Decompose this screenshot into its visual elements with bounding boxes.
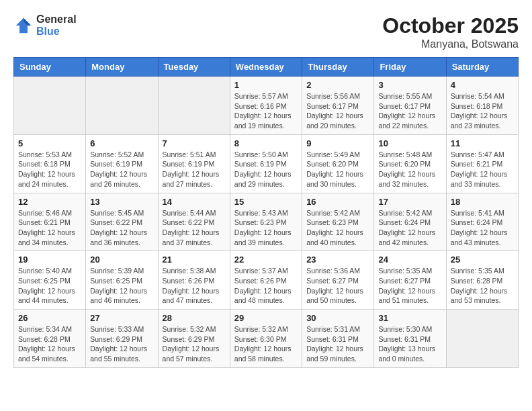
day-info: Sunrise: 5:35 AM Sunset: 6:27 PM Dayligh… bbox=[378, 266, 441, 306]
calendar-cell: 9Sunrise: 5:49 AM Sunset: 6:20 PM Daylig… bbox=[302, 134, 374, 193]
day-info: Sunrise: 5:49 AM Sunset: 6:20 PM Dayligh… bbox=[306, 150, 369, 189]
calendar-cell: 14Sunrise: 5:44 AM Sunset: 6:22 PM Dayli… bbox=[158, 193, 230, 251]
calendar-cell: 11Sunrise: 5:47 AM Sunset: 6:21 PM Dayli… bbox=[446, 134, 518, 193]
calendar-cell: 5Sunrise: 5:53 AM Sunset: 6:18 PM Daylig… bbox=[14, 134, 86, 193]
calendar-week-row: 1Sunrise: 5:57 AM Sunset: 6:16 PM Daylig… bbox=[14, 77, 519, 135]
day-info: Sunrise: 5:43 AM Sunset: 6:23 PM Dayligh… bbox=[234, 208, 298, 248]
day-number: 15 bbox=[234, 197, 298, 207]
day-number: 31 bbox=[378, 313, 441, 323]
day-number: 29 bbox=[234, 313, 298, 323]
calendar-cell bbox=[14, 77, 86, 135]
logo-text: General Blue bbox=[36, 13, 77, 38]
day-info: Sunrise: 5:44 AM Sunset: 6:22 PM Dayligh… bbox=[163, 208, 226, 248]
day-number: 23 bbox=[306, 255, 369, 265]
day-number: 10 bbox=[378, 138, 441, 148]
day-info: Sunrise: 5:45 AM Sunset: 6:22 PM Dayligh… bbox=[90, 208, 153, 248]
month-title: October 2025 bbox=[382, 13, 519, 38]
day-number: 12 bbox=[18, 197, 81, 207]
day-info: Sunrise: 5:32 AM Sunset: 6:29 PM Dayligh… bbox=[163, 324, 226, 364]
day-number: 17 bbox=[378, 197, 441, 207]
calendar-week-row: 5Sunrise: 5:53 AM Sunset: 6:18 PM Daylig… bbox=[14, 134, 519, 193]
calendar-cell: 7Sunrise: 5:51 AM Sunset: 6:19 PM Daylig… bbox=[158, 134, 230, 193]
day-number: 30 bbox=[306, 313, 369, 323]
title-block: October 2025 Manyana, Botswana bbox=[382, 13, 519, 50]
day-info: Sunrise: 5:51 AM Sunset: 6:19 PM Dayligh… bbox=[163, 150, 226, 189]
day-info: Sunrise: 5:54 AM Sunset: 6:18 PM Dayligh… bbox=[451, 91, 514, 131]
day-number: 4 bbox=[451, 80, 514, 90]
calendar-week-row: 12Sunrise: 5:46 AM Sunset: 6:21 PM Dayli… bbox=[14, 193, 519, 251]
day-number: 1 bbox=[234, 80, 298, 90]
day-info: Sunrise: 5:31 AM Sunset: 6:31 PM Dayligh… bbox=[306, 324, 369, 364]
calendar-cell: 3Sunrise: 5:55 AM Sunset: 6:17 PM Daylig… bbox=[374, 77, 446, 135]
calendar-cell: 4Sunrise: 5:54 AM Sunset: 6:18 PM Daylig… bbox=[446, 77, 518, 135]
day-number: 16 bbox=[306, 197, 369, 207]
day-number: 8 bbox=[234, 138, 298, 148]
calendar-cell: 2Sunrise: 5:56 AM Sunset: 6:17 PM Daylig… bbox=[302, 77, 374, 135]
day-number: 21 bbox=[163, 255, 226, 265]
day-number: 14 bbox=[163, 197, 226, 207]
day-info: Sunrise: 5:34 AM Sunset: 6:28 PM Dayligh… bbox=[18, 324, 81, 364]
calendar-cell: 16Sunrise: 5:42 AM Sunset: 6:23 PM Dayli… bbox=[302, 193, 374, 251]
day-number: 2 bbox=[306, 80, 369, 90]
calendar-cell: 8Sunrise: 5:50 AM Sunset: 6:19 PM Daylig… bbox=[230, 134, 302, 193]
calendar-cell: 29Sunrise: 5:32 AM Sunset: 6:30 PM Dayli… bbox=[230, 310, 302, 368]
calendar-cell: 20Sunrise: 5:39 AM Sunset: 6:25 PM Dayli… bbox=[86, 251, 158, 310]
calendar-table: SundayMondayTuesdayWednesdayThursdayFrid… bbox=[13, 57, 519, 368]
weekday-header-sunday: Sunday bbox=[14, 58, 86, 77]
calendar-cell: 12Sunrise: 5:46 AM Sunset: 6:21 PM Dayli… bbox=[14, 193, 86, 251]
page-header: General Blue October 2025 Manyana, Botsw… bbox=[13, 13, 519, 50]
day-info: Sunrise: 5:48 AM Sunset: 6:20 PM Dayligh… bbox=[378, 150, 441, 189]
day-info: Sunrise: 5:41 AM Sunset: 6:24 PM Dayligh… bbox=[451, 208, 514, 248]
location-title: Manyana, Botswana bbox=[382, 38, 519, 50]
weekday-header-saturday: Saturday bbox=[446, 58, 518, 77]
calendar-cell: 26Sunrise: 5:34 AM Sunset: 6:28 PM Dayli… bbox=[14, 310, 86, 368]
calendar-cell bbox=[86, 77, 158, 135]
calendar-cell: 27Sunrise: 5:33 AM Sunset: 6:29 PM Dayli… bbox=[86, 310, 158, 368]
calendar-cell: 18Sunrise: 5:41 AM Sunset: 6:24 PM Dayli… bbox=[446, 193, 518, 251]
day-info: Sunrise: 5:30 AM Sunset: 6:31 PM Dayligh… bbox=[378, 324, 441, 364]
calendar-cell: 19Sunrise: 5:40 AM Sunset: 6:25 PM Dayli… bbox=[14, 251, 86, 310]
calendar-cell: 10Sunrise: 5:48 AM Sunset: 6:20 PM Dayli… bbox=[374, 134, 446, 193]
day-info: Sunrise: 5:33 AM Sunset: 6:29 PM Dayligh… bbox=[90, 324, 153, 364]
calendar-cell: 6Sunrise: 5:52 AM Sunset: 6:19 PM Daylig… bbox=[86, 134, 158, 193]
day-number: 6 bbox=[90, 138, 153, 148]
calendar-cell bbox=[446, 310, 518, 368]
day-number: 28 bbox=[163, 313, 226, 323]
day-info: Sunrise: 5:47 AM Sunset: 6:21 PM Dayligh… bbox=[451, 150, 514, 189]
day-info: Sunrise: 5:56 AM Sunset: 6:17 PM Dayligh… bbox=[306, 91, 369, 131]
day-info: Sunrise: 5:53 AM Sunset: 6:18 PM Dayligh… bbox=[18, 150, 81, 189]
day-info: Sunrise: 5:38 AM Sunset: 6:26 PM Dayligh… bbox=[163, 266, 226, 306]
day-number: 3 bbox=[378, 80, 441, 90]
calendar-cell: 17Sunrise: 5:42 AM Sunset: 6:24 PM Dayli… bbox=[374, 193, 446, 251]
calendar-cell: 21Sunrise: 5:38 AM Sunset: 6:26 PM Dayli… bbox=[158, 251, 230, 310]
day-info: Sunrise: 5:46 AM Sunset: 6:21 PM Dayligh… bbox=[18, 208, 81, 248]
day-number: 7 bbox=[163, 138, 226, 148]
day-info: Sunrise: 5:52 AM Sunset: 6:19 PM Dayligh… bbox=[90, 150, 153, 189]
calendar-cell: 28Sunrise: 5:32 AM Sunset: 6:29 PM Dayli… bbox=[158, 310, 230, 368]
logo-icon bbox=[13, 15, 34, 36]
weekday-header-wednesday: Wednesday bbox=[230, 58, 302, 77]
day-info: Sunrise: 5:42 AM Sunset: 6:24 PM Dayligh… bbox=[378, 208, 441, 248]
calendar-cell: 13Sunrise: 5:45 AM Sunset: 6:22 PM Dayli… bbox=[86, 193, 158, 251]
calendar-cell: 23Sunrise: 5:36 AM Sunset: 6:27 PM Dayli… bbox=[302, 251, 374, 310]
weekday-header-monday: Monday bbox=[86, 58, 158, 77]
day-info: Sunrise: 5:42 AM Sunset: 6:23 PM Dayligh… bbox=[306, 208, 369, 248]
calendar-week-row: 26Sunrise: 5:34 AM Sunset: 6:28 PM Dayli… bbox=[14, 310, 519, 368]
logo-blue: Blue bbox=[36, 26, 60, 37]
day-number: 18 bbox=[451, 197, 514, 207]
day-number: 13 bbox=[90, 197, 153, 207]
day-number: 19 bbox=[18, 255, 81, 265]
day-number: 11 bbox=[451, 138, 514, 148]
logo-general: General bbox=[36, 13, 77, 25]
day-info: Sunrise: 5:57 AM Sunset: 6:16 PM Dayligh… bbox=[234, 91, 298, 131]
logo: General Blue bbox=[13, 13, 77, 38]
day-info: Sunrise: 5:55 AM Sunset: 6:17 PM Dayligh… bbox=[378, 91, 441, 131]
calendar-cell: 25Sunrise: 5:35 AM Sunset: 6:28 PM Dayli… bbox=[446, 251, 518, 310]
calendar-cell bbox=[158, 77, 230, 135]
day-info: Sunrise: 5:37 AM Sunset: 6:26 PM Dayligh… bbox=[234, 266, 298, 306]
day-number: 26 bbox=[18, 313, 81, 323]
weekday-header-tuesday: Tuesday bbox=[158, 58, 230, 77]
day-number: 24 bbox=[378, 255, 441, 265]
calendar-cell: 22Sunrise: 5:37 AM Sunset: 6:26 PM Dayli… bbox=[230, 251, 302, 310]
day-info: Sunrise: 5:40 AM Sunset: 6:25 PM Dayligh… bbox=[18, 266, 81, 306]
